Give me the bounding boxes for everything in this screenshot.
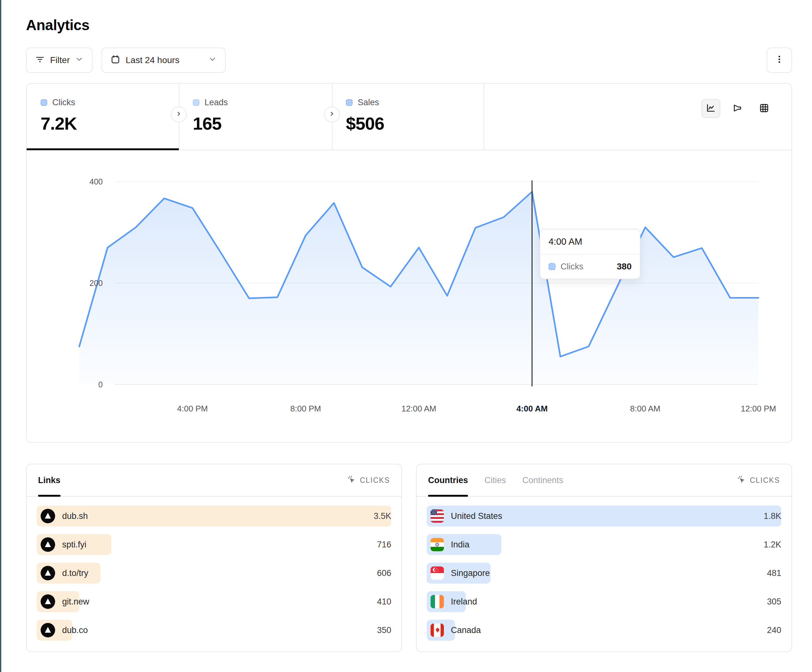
y-axis-tick: 200 <box>71 279 103 288</box>
x-axis-tick: 4:00 AM <box>517 404 548 414</box>
chevron-down-icon <box>75 55 84 66</box>
item-label: Ireland <box>451 597 477 607</box>
leads-legend-swatch <box>193 99 200 106</box>
filter-button-label: Filter <box>50 55 70 65</box>
tab-sales[interactable]: Sales $506 <box>332 84 483 150</box>
line-chart-icon <box>706 103 716 114</box>
cursor-click-icon <box>737 475 746 486</box>
clicks-time-series-chart[interactable]: 4:00 AM Clicks 380 40020004:00 PM8:00 PM… <box>27 150 792 443</box>
sales-tab-value: $506 <box>346 113 483 134</box>
list-item[interactable]: India1.2K <box>427 534 781 555</box>
geo-sort-label: CLICKS <box>750 476 780 484</box>
item-clicks-value: 606 <box>377 568 391 578</box>
date-range-label: Last 24 hours <box>126 55 179 65</box>
date-range-button[interactable]: Last 24 hours <box>101 48 226 73</box>
list-item[interactable]: spti.fyi716 <box>37 534 391 555</box>
ca-flag-icon <box>431 624 444 637</box>
metric-tabs: Clicks 7.2K Leads 165 <box>27 84 792 150</box>
analytics-page: Analytics Filter Last 24 hours <box>26 0 792 652</box>
tab-links[interactable]: Links <box>38 464 61 496</box>
page-edge-accent <box>0 0 1 672</box>
sg-flag-icon <box>431 566 444 580</box>
chevron-right-icon <box>328 110 336 119</box>
links-sort-label: CLICKS <box>360 476 390 484</box>
ie-flag-icon <box>431 595 444 608</box>
links-list: dub.sh3.5Kspti.fyi716d.to/try606git.new4… <box>27 497 401 652</box>
more-options-button[interactable] <box>767 48 792 73</box>
in-flag-icon <box>431 538 444 551</box>
sales-tab-label: Sales <box>358 98 379 107</box>
countries-list: United States1.8KIndia1.2KSingapore481Ir… <box>416 497 792 652</box>
tab-clicks[interactable]: Clicks 7.2K <box>27 84 179 150</box>
item-label: d.to/try <box>62 568 89 578</box>
item-label: Canada <box>451 625 481 635</box>
chevron-down-icon <box>208 55 217 66</box>
chart-canvas <box>27 150 792 423</box>
item-label: dub.co <box>62 625 88 635</box>
item-clicks-value: 305 <box>767 597 781 607</box>
leads-tab-label: Leads <box>205 98 228 107</box>
leads-tab-value: 165 <box>193 113 332 134</box>
y-axis-tick: 400 <box>71 177 103 186</box>
tooltip-time: 4:00 AM <box>540 230 640 254</box>
list-item[interactable]: Singapore481 <box>427 563 781 583</box>
item-clicks-value: 716 <box>377 540 391 550</box>
tab-countries[interactable]: Countries <box>428 464 468 496</box>
clicks-legend-swatch <box>41 99 47 106</box>
item-clicks-value: 481 <box>767 568 781 578</box>
toolbar: Filter Last 24 hours <box>26 48 792 73</box>
tab-cities[interactable]: Cities <box>484 464 506 496</box>
analytics-card: Clicks 7.2K Leads 165 <box>26 83 792 443</box>
item-label: United States <box>451 511 502 521</box>
page-title: Analytics <box>26 0 792 34</box>
item-clicks-value: 350 <box>377 625 391 635</box>
funnel-icon <box>732 103 742 114</box>
list-item[interactable]: Ireland305 <box>427 591 781 612</box>
item-label: git.new <box>62 597 89 607</box>
tooltip-legend-swatch <box>549 263 556 270</box>
chart-tooltip: 4:00 AM Clicks 380 <box>540 229 640 279</box>
dub-logo-icon <box>41 509 55 524</box>
geo-panel: CountriesCitiesContinents CLICKS United … <box>416 464 792 652</box>
list-item[interactable]: dub.sh3.5K <box>37 506 391 527</box>
item-label: India <box>451 540 469 550</box>
list-item[interactable]: dub.co350 <box>37 620 391 641</box>
item-clicks-value: 1.2K <box>764 540 781 550</box>
expand-clicks-button[interactable] <box>171 106 187 122</box>
tooltip-series-label: Clicks <box>561 262 583 272</box>
chevron-right-icon <box>175 110 183 119</box>
item-clicks-value: 1.8K <box>764 511 781 521</box>
list-item[interactable]: United States1.8K <box>427 506 781 527</box>
dub-logo-icon <box>41 623 55 638</box>
table-view-button[interactable] <box>755 99 774 118</box>
list-item[interactable]: d.to/try606 <box>37 563 391 583</box>
us-flag-icon <box>431 509 444 523</box>
x-axis-tick: 8:00 AM <box>630 404 660 414</box>
filter-button[interactable]: Filter <box>26 48 92 73</box>
line-chart-view-button[interactable] <box>701 99 720 118</box>
kebab-menu-icon <box>774 54 785 67</box>
item-clicks-value: 3.5K <box>374 511 391 521</box>
cursor-click-icon <box>346 475 356 486</box>
geo-sort-by-clicks[interactable]: CLICKS <box>737 475 780 486</box>
x-axis-tick: 4:00 PM <box>177 404 208 414</box>
item-clicks-value: 240 <box>767 625 781 635</box>
tab-continents[interactable]: Continents <box>522 464 563 496</box>
item-label: spti.fyi <box>62 540 87 550</box>
clicks-tab-value: 7.2K <box>41 113 179 134</box>
links-sort-by-clicks[interactable]: CLICKS <box>346 475 390 486</box>
links-panel: Links CLICKS dub.sh3.5Kspti.fyi716d.to/t… <box>26 464 402 652</box>
calendar-icon <box>110 54 121 67</box>
expand-leads-button[interactable] <box>324 106 340 122</box>
x-axis-tick: 12:00 PM <box>741 404 776 414</box>
item-label: Singapore <box>451 568 490 578</box>
tooltip-series-value: 380 <box>617 261 631 272</box>
item-clicks-value: 410 <box>377 597 391 607</box>
funnel-view-button[interactable] <box>728 99 747 118</box>
list-item[interactable]: Canada240 <box>427 620 781 641</box>
links-tab-label: Links <box>38 476 61 485</box>
tab-leads[interactable]: Leads 165 <box>179 84 332 150</box>
geo-tabs: CountriesCitiesContinents <box>428 464 563 496</box>
list-item[interactable]: git.new410 <box>37 591 391 612</box>
x-axis-tick: 8:00 PM <box>290 404 321 414</box>
